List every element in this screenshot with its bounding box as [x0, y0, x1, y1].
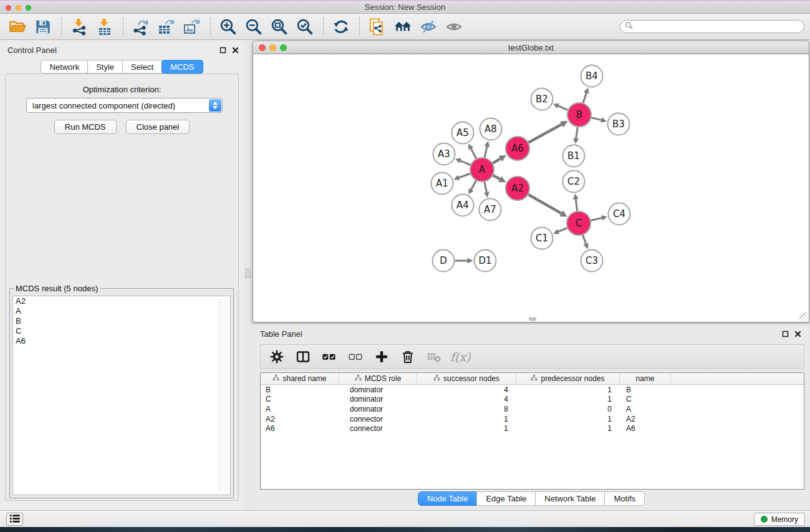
- table-row[interactable]: Cdominator41C: [261, 395, 804, 405]
- delete-columns-button[interactable]: [400, 349, 416, 365]
- export-network-icon: [132, 18, 150, 36]
- minimize-window-button[interactable]: [16, 5, 21, 11]
- graph-edge-A6-B[interactable]: [529, 124, 562, 142]
- graph-edge-B-B3[interactable]: [591, 118, 601, 120]
- optimization-criterion-select[interactable]: largest connected component (directed): [26, 98, 223, 113]
- result-list-scrollbar[interactable]: [219, 299, 227, 491]
- zoom-in-button[interactable]: [218, 17, 238, 37]
- network-canvas[interactable]: A5A8A3A1A4A7AA6A2BB2B4B3B1CC2C4C1C3DD1: [253, 54, 809, 322]
- export-network-button[interactable]: [131, 17, 151, 37]
- table-row[interactable]: Adominator80A: [261, 404, 804, 414]
- zoom-window-button[interactable]: [26, 5, 31, 11]
- select-all-button[interactable]: [321, 349, 337, 365]
- open-session-button[interactable]: [7, 17, 27, 37]
- table-cell: A: [261, 405, 339, 414]
- export-image-button[interactable]: [182, 17, 202, 37]
- import-table-button[interactable]: [95, 17, 115, 37]
- hide-selected-button[interactable]: [418, 17, 438, 37]
- zoom-selected-button[interactable]: [295, 17, 315, 37]
- search-input[interactable]: [634, 21, 804, 32]
- column-header-successor-nodes[interactable]: successor nodes: [417, 373, 516, 384]
- tab-mcds[interactable]: MCDS: [162, 60, 203, 74]
- tab-edge-table[interactable]: Edge Table: [476, 491, 536, 506]
- mcds-result-list[interactable]: A2ABCA6: [12, 296, 231, 495]
- graph-edge-A-A2[interactable]: [493, 175, 500, 179]
- table-cell: connector: [339, 415, 417, 423]
- tab-network[interactable]: Network: [41, 60, 88, 74]
- column-header-mcds-role[interactable]: MCDS role: [339, 373, 417, 384]
- graph-edge-A2-C[interactable]: [528, 195, 561, 213]
- graph-edge-C-C3[interactable]: [583, 235, 586, 244]
- graph-edge-arrowhead: [468, 258, 473, 264]
- table-float-panel-icon[interactable]: [782, 331, 789, 337]
- show-all-button[interactable]: [444, 17, 464, 37]
- close-panel-button[interactable]: Close panel: [126, 120, 190, 134]
- mcds-result-item[interactable]: A2: [13, 296, 230, 306]
- column-header-name[interactable]: name: [620, 373, 671, 384]
- new-network-from-selection-button[interactable]: [367, 17, 387, 37]
- graph-edge-A-A6[interactable]: [493, 158, 500, 163]
- add-column-button[interactable]: [374, 349, 390, 365]
- window-resize-grip[interactable]: [799, 312, 808, 321]
- graph-node-label-A6: A6: [511, 143, 524, 154]
- memory-button[interactable]: Memory: [754, 513, 805, 526]
- graph-edge-A-A7[interactable]: [485, 182, 486, 192]
- graph-edge-C-C4[interactable]: [591, 218, 602, 220]
- graph-edge-A-A4[interactable]: [471, 181, 476, 190]
- search-box[interactable]: [620, 20, 804, 33]
- graph-edge-B-B2[interactable]: [558, 106, 567, 110]
- network-minimize-button[interactable]: [269, 44, 276, 51]
- table-row[interactable]: A6connector11A6: [261, 423, 804, 433]
- graph-edge-A-A3[interactable]: [460, 161, 470, 165]
- graph-edge-A-A1[interactable]: [459, 174, 470, 178]
- window-titlebar[interactable]: Session: New Session: [0, 0, 810, 14]
- task-history-button[interactable]: [6, 513, 23, 526]
- mcds-result-item[interactable]: B: [13, 316, 230, 326]
- mcds-result-item[interactable]: A: [13, 306, 230, 316]
- network-window-titlebar[interactable]: testGlobe.txt: [253, 41, 809, 54]
- table-row[interactable]: Bdominator41B: [261, 385, 804, 395]
- first-neighbors-button[interactable]: [393, 17, 413, 37]
- graph-edge-C-C2[interactable]: [576, 199, 577, 211]
- tab-style[interactable]: Style: [87, 60, 123, 74]
- tab-select[interactable]: Select: [122, 60, 162, 74]
- tab-motifs[interactable]: Motifs: [604, 491, 645, 506]
- mcds-result-item[interactable]: C: [13, 326, 230, 336]
- network-close-button[interactable]: [259, 44, 266, 51]
- split-view-icon: [296, 349, 311, 364]
- memory-label: Memory: [771, 515, 798, 524]
- graph-edge-A-A8[interactable]: [485, 147, 487, 158]
- tab-node-table[interactable]: Node Table: [418, 491, 478, 506]
- graph-edge-C-C1[interactable]: [558, 228, 567, 232]
- node-table[interactable]: shared nameMCDS rolesuccessor nodesprede…: [260, 372, 804, 490]
- table-row[interactable]: A2connector11A2: [261, 414, 804, 424]
- panel-divider-grip[interactable]: [245, 269, 251, 279]
- network-zoom-button[interactable]: [280, 44, 287, 51]
- network-window-controls: [259, 44, 287, 51]
- zoom-fit-button[interactable]: [269, 17, 289, 37]
- save-session-button[interactable]: [33, 17, 53, 37]
- column-header-shared-name[interactable]: shared name: [261, 373, 339, 384]
- float-panel-icon[interactable]: [219, 47, 226, 54]
- table-options-button[interactable]: [269, 349, 285, 365]
- graph-edge-B-B1[interactable]: [576, 127, 577, 138]
- column-header-predecessor-nodes[interactable]: predecessor nodes: [516, 373, 620, 384]
- tab-network-table[interactable]: Network Table: [535, 491, 605, 506]
- tree-icon: [433, 374, 440, 383]
- graph-edge-B-B4[interactable]: [583, 93, 586, 103]
- graph-edge-A-A5[interactable]: [471, 148, 476, 158]
- export-table-button[interactable]: [157, 17, 176, 37]
- deselect-all-button[interactable]: [347, 349, 364, 365]
- graph-node-label-C4: C4: [613, 208, 625, 220]
- canvas-hscroll-thumb[interactable]: [529, 317, 536, 321]
- mcds-result-item[interactable]: A6: [13, 336, 230, 346]
- refresh-layout-button[interactable]: [331, 17, 351, 37]
- zoom-out-button[interactable]: [244, 17, 264, 37]
- import-network-button[interactable]: [69, 17, 89, 37]
- run-mcds-button[interactable]: Run MCDS: [54, 120, 117, 134]
- split-view-button[interactable]: [295, 349, 311, 365]
- close-panel-icon[interactable]: [232, 47, 239, 54]
- table-close-panel-icon[interactable]: [794, 331, 801, 337]
- close-window-button[interactable]: [6, 5, 11, 11]
- node-table-header: shared nameMCDS rolesuccessor nodesprede…: [261, 373, 804, 385]
